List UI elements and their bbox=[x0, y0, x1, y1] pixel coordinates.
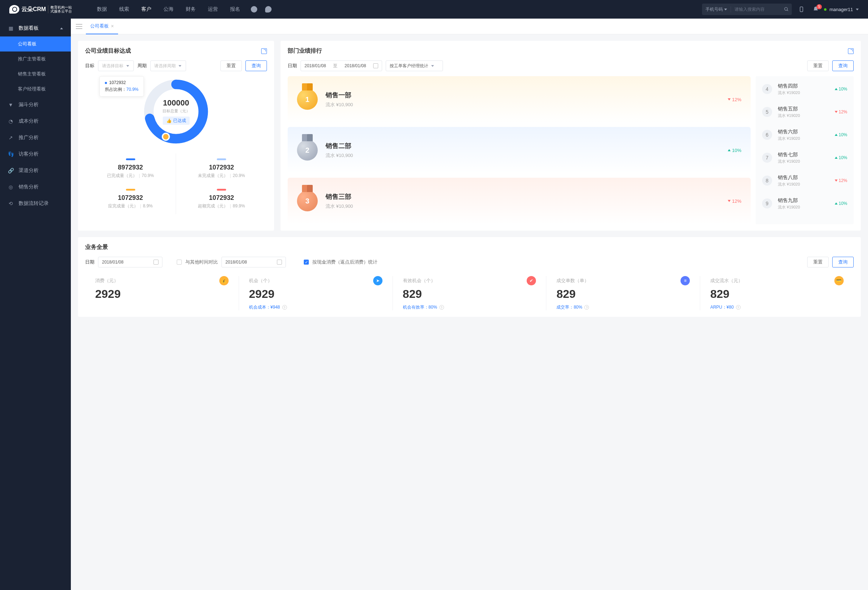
metric-icon: 💳 bbox=[834, 276, 844, 285]
nav-icon: 👣 bbox=[8, 151, 13, 157]
close-icon[interactable]: × bbox=[111, 23, 114, 29]
stat-item: 1072932未完成量（元）|20.9% bbox=[176, 153, 267, 184]
goal-select[interactable]: 请选择目标 bbox=[98, 60, 134, 71]
logo[interactable]: 云朵CRM 教育机构一站式服务云平台 bbox=[9, 5, 72, 13]
query-button[interactable]: 查询 bbox=[245, 60, 267, 71]
sidebar-sub-item[interactable]: 销售主管看板 bbox=[0, 66, 71, 81]
compare-checkbox[interactable] bbox=[177, 260, 182, 265]
expand-icon[interactable] bbox=[261, 48, 267, 54]
tab-company-dashboard[interactable]: 公司看板 × bbox=[86, 19, 118, 34]
topnav-item[interactable]: 财务 bbox=[186, 6, 196, 13]
status-dot-icon bbox=[824, 8, 827, 11]
medal-icon: 1 bbox=[297, 89, 318, 110]
goal-filter-label: 目标 bbox=[85, 63, 94, 69]
arrow-up-icon bbox=[835, 157, 838, 159]
rank-list-item: 5销售五部流水 ¥1902012% bbox=[756, 100, 854, 124]
donut-label: 目标总量（元） bbox=[162, 108, 190, 114]
goal-card: 公司业绩目标达成 目标 请选择目标 周期 请选择周期 重置 查询 bbox=[78, 41, 274, 231]
help-icon[interactable]: ? bbox=[282, 305, 287, 310]
rank-number: 8 bbox=[762, 175, 772, 185]
reset-button[interactable]: 重置 bbox=[807, 257, 829, 268]
sidebar-item[interactable]: 🔗渠道分析 bbox=[0, 162, 71, 179]
content-area: 公司看板 × 公司业绩目标达成 目标 请选择目标 周期 请选择周期 bbox=[71, 19, 868, 590]
sidebar-group-dashboards[interactable]: ▦ 数据看板 bbox=[0, 20, 71, 37]
nav-icon: ◎ bbox=[8, 184, 13, 190]
medal-icon: 3 bbox=[297, 191, 318, 211]
help-icon[interactable]: ? bbox=[736, 305, 741, 310]
overview-item: 机会（个）➤2929机会成本：¥948 ? bbox=[239, 276, 393, 310]
calendar-icon bbox=[277, 260, 282, 265]
search-type-select[interactable]: 手机号码 bbox=[702, 6, 731, 13]
arrow-down-icon bbox=[728, 200, 731, 202]
date-input[interactable]: 2018/01/08 bbox=[98, 257, 162, 268]
reset-button[interactable]: 重置 bbox=[807, 60, 829, 71]
overview-item: 消费（元）💰2929 bbox=[85, 276, 239, 310]
card-title: 业务全景 bbox=[85, 244, 108, 251]
date-label: 日期 bbox=[85, 259, 94, 265]
statby-select[interactable]: 按工单客户经理统计 bbox=[386, 60, 443, 71]
sidebar-item[interactable]: ◎销售分析 bbox=[0, 179, 71, 195]
rank-rest-list[interactable]: 4销售四部流水 ¥1902010%5销售五部流水 ¥1902012%6销售六部流… bbox=[756, 76, 854, 224]
topnav-item[interactable]: 报名 bbox=[230, 6, 240, 13]
arrow-down-icon bbox=[835, 180, 838, 182]
overview-item: 成交单数（单）≡829成交率：80% ? bbox=[546, 276, 700, 310]
brand-name: 云朵CRM bbox=[21, 6, 46, 13]
date-range-input[interactable]: 2018/01/08 至 2018/01/08 bbox=[301, 60, 382, 71]
arrow-down-icon bbox=[835, 111, 838, 113]
rank-card: 2销售二部流水 ¥10,90010% bbox=[288, 127, 751, 174]
sidebar-sub-item[interactable]: 推广主管看板 bbox=[0, 51, 71, 66]
calendar-icon bbox=[373, 63, 378, 68]
user-menu[interactable]: manager11 bbox=[824, 7, 859, 12]
metric-icon: ➤ bbox=[373, 276, 382, 285]
card-title: 部门业绩排行 bbox=[288, 47, 322, 55]
topnav-icons bbox=[251, 6, 272, 13]
topnav: 数据线索客户公海财务运营报名 bbox=[97, 6, 240, 13]
date-input-compare[interactable]: 2018/01/08 bbox=[221, 257, 286, 268]
help-icon[interactable]: ? bbox=[439, 305, 444, 310]
stat-item: 1072932应完成量（元）|8.9% bbox=[85, 184, 176, 214]
rank-list-item: 9销售九部流水 ¥1902010% bbox=[756, 192, 854, 215]
rank-number: 7 bbox=[762, 153, 772, 163]
nav-icon: 🔗 bbox=[8, 168, 13, 174]
person-icon[interactable] bbox=[251, 6, 257, 13]
sidebar-item[interactable]: ◔成本分析 bbox=[0, 113, 71, 129]
sidebar-sub-item[interactable]: 公司看板 bbox=[0, 37, 71, 51]
sidebar-item[interactable]: 👣访客分析 bbox=[0, 146, 71, 162]
calendar-icon bbox=[154, 260, 158, 265]
topnav-item[interactable]: 客户 bbox=[141, 6, 151, 13]
nav-icon: ↗ bbox=[8, 135, 13, 141]
query-button[interactable]: 查询 bbox=[832, 257, 854, 268]
bell-icon[interactable]: 5 bbox=[813, 6, 819, 13]
date-label: 日期 bbox=[288, 63, 297, 69]
sidebar-item[interactable]: ⟲数据流转记录 bbox=[0, 195, 71, 212]
device-icon[interactable] bbox=[798, 6, 805, 13]
topnav-item[interactable]: 公海 bbox=[164, 6, 174, 13]
ranking-card: 部门业绩排行 日期 2018/01/08 至 2018/01/08 按工单客户经… bbox=[280, 41, 861, 231]
search-button[interactable] bbox=[781, 4, 792, 15]
query-button[interactable]: 查询 bbox=[832, 60, 854, 71]
cash-checkbox[interactable]: ✓ bbox=[304, 260, 309, 265]
topnav-item[interactable]: 运营 bbox=[208, 6, 218, 13]
card-title: 公司业绩目标达成 bbox=[85, 47, 131, 55]
arrow-up-icon bbox=[835, 88, 838, 90]
user-name: manager11 bbox=[830, 7, 853, 12]
phone-icon[interactable] bbox=[265, 6, 272, 13]
reset-button[interactable]: 重置 bbox=[220, 60, 242, 71]
sidebar-item[interactable]: ▼漏斗分析 bbox=[0, 97, 71, 113]
medal-icon: 2 bbox=[297, 140, 318, 160]
menu-toggle-icon[interactable] bbox=[76, 24, 82, 29]
rank-card: 1销售一部流水 ¥10,90012% bbox=[288, 76, 751, 123]
help-icon[interactable]: ? bbox=[584, 305, 589, 310]
search-input[interactable] bbox=[731, 7, 781, 12]
chevron-up-icon bbox=[60, 28, 63, 29]
sidebar-item[interactable]: ↗推广分析 bbox=[0, 129, 71, 146]
sidebar-sub-item[interactable]: 客户经理看板 bbox=[0, 81, 71, 97]
topnav-item[interactable]: 数据 bbox=[97, 6, 107, 13]
topnav-item[interactable]: 线索 bbox=[119, 6, 129, 13]
search-box: 手机号码 bbox=[702, 4, 792, 15]
thumb-icon: 👍 bbox=[166, 118, 172, 124]
expand-icon[interactable] bbox=[848, 48, 854, 54]
nav-icon: ⟲ bbox=[8, 201, 13, 206]
nav-icon: ◔ bbox=[8, 118, 13, 124]
period-select[interactable]: 请选择周期 bbox=[150, 60, 186, 71]
